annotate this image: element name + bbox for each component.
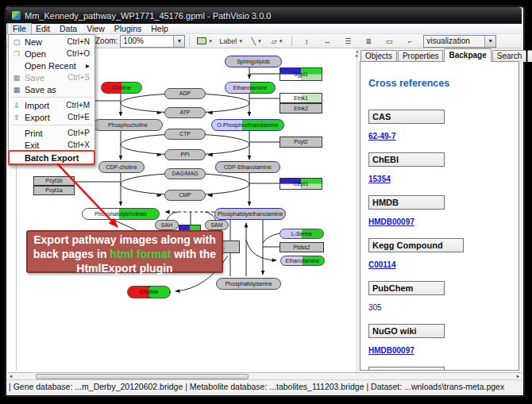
- file-menu-item-save[interactable]: ▦SaveCtrl+S: [9, 71, 94, 83]
- cross-reference-sections: CAS62-49-7ChEBI15354HMDBHMDB00097Kegg Co…: [368, 110, 511, 371]
- xref-section-pubchem: PubChem305: [368, 281, 511, 314]
- xref-link[interactable]: 15354: [368, 175, 391, 183]
- xref-link[interactable]: 62-49-7: [368, 132, 395, 140]
- node-cept1[interactable]: Cept1: [279, 178, 322, 190]
- xref-section-cas: CAS62-49-7: [368, 110, 511, 142]
- menu-separator: [11, 97, 92, 98]
- node-phosphocholine[interactable]: Phosphocholine: [93, 119, 163, 131]
- menu-shortcut: Ctrl+E: [67, 113, 94, 121]
- node-cmp[interactable]: CMP: [164, 190, 206, 201]
- file-menu-item-print[interactable]: PrintCtrl+P: [9, 127, 94, 139]
- menu-shortcut: Ctrl+O: [67, 49, 94, 58]
- xref-link[interactable]: HMDB00097: [368, 346, 414, 355]
- node-cdp-choline[interactable]: CDP-choline: [98, 161, 145, 173]
- node-sam[interactable]: SAM: [205, 220, 229, 230]
- selection-handle[interactable]: [147, 286, 151, 287]
- file-menu-item-new[interactable]: ▢NewCtrl+N: [9, 36, 94, 48]
- file-menu-item-batch-export[interactable]: Batch Export: [9, 151, 94, 164]
- xref-header: ChEBI: [368, 152, 445, 167]
- export-icon: ⇧: [9, 114, 25, 121]
- xref-section-hmdb: HMDBHMDB00097: [368, 195, 511, 228]
- node-pcyt1b[interactable]: Pcyt1b: [33, 176, 75, 186]
- file-menu-item-exit[interactable]: ExitCtrl+X: [9, 139, 94, 151]
- node-sphingolipids[interactable]: Sphingolipids: [225, 56, 282, 67]
- scroll-left-icon[interactable]: ◄: [7, 374, 14, 379]
- xref-section-kegg-compound: Kegg CompoundC00114: [368, 238, 511, 271]
- gene-box-hidden[interactable]: [221, 240, 240, 253]
- selection-handle[interactable]: [127, 290, 129, 294]
- cross-references-heading: Cross references: [368, 78, 511, 89]
- file-menu-item-export[interactable]: ⇧ExportCtrl+E: [9, 111, 94, 123]
- node-choline[interactable]: Choline: [127, 286, 171, 298]
- menu-item-label: Open: [25, 49, 67, 59]
- backpage-panel: Cross references CAS62-49-7ChEBI15354HMD…: [360, 61, 519, 371]
- file-menu-item-save-as[interactable]: ▦Save as: [9, 83, 94, 95]
- selection-handle[interactable]: [169, 297, 171, 298]
- open-icon: ❐: [9, 50, 25, 58]
- selection-handle[interactable]: [169, 286, 171, 287]
- selection-handle[interactable]: [169, 290, 171, 294]
- node-ethanolamine[interactable]: Ethanolamine: [225, 82, 276, 94]
- save-icon: ▦: [9, 74, 25, 82]
- file-menu-item-open[interactable]: ❐OpenCtrl+O: [9, 48, 94, 60]
- menu-shortcut: Ctrl+S: [67, 73, 94, 82]
- horizontal-scrollbar[interactable]: ◄ ►: [7, 372, 522, 379]
- scrollbar-thumb[interactable]: [36, 374, 249, 379]
- status-bar: | Gene database: ...m_Derby_20120602.bri…: [6, 379, 522, 392]
- menu-shortcut: Ctrl+M: [66, 101, 94, 110]
- node-dag-mag[interactable]: DAG/MAG: [164, 168, 206, 179]
- tab-legend[interactable]: Legend: [527, 50, 532, 62]
- selection-handle[interactable]: [147, 297, 151, 298]
- file-menu-item-import[interactable]: ⇩ImportCtrl+M: [9, 99, 94, 111]
- node-adp[interactable]: ADP: [164, 88, 206, 99]
- menu-separator: [11, 125, 92, 125]
- menu-shortcut: Ctrl+X: [67, 140, 94, 149]
- import-icon: ⇩: [9, 102, 25, 110]
- tab-backpage[interactable]: Backpage: [444, 48, 491, 62]
- node-ctp[interactable]: CTP: [164, 129, 206, 140]
- node-ptdss2[interactable]: Ptdss2: [279, 242, 324, 252]
- xref-section-nugo-wiki: NuGO wikiHMDB00097: [368, 324, 511, 356]
- menu-item-label: Export: [25, 113, 67, 122]
- xref-section-wikipedia: WikipediaCholine: [368, 367, 511, 371]
- node-phosphatidylserine[interactable]: Phosphatidylserine: [216, 278, 281, 290]
- scroll-right-icon[interactable]: ►: [515, 374, 522, 379]
- node-pcyt1a[interactable]: Pcyt1a: [33, 186, 75, 195]
- node-sgpl1[interactable]: Sgpl1: [279, 67, 322, 81]
- menu-item-label: Save: [25, 73, 67, 83]
- node-cdp-ethanolamine[interactable]: CDP-Ethanolamine: [215, 161, 280, 173]
- side-panel: ObjectsPropertiesBackpageSearchLegend Cr…: [359, 48, 522, 372]
- xref-link[interactable]: HMDB00097: [368, 217, 414, 226]
- tab-objects[interactable]: Objects: [360, 50, 397, 62]
- selection-handle[interactable]: [127, 286, 129, 287]
- node-phosphatidylethanolamine[interactable]: Phosphatidylethanolamine: [214, 208, 286, 220]
- node-l-serine[interactable]: L-Serine: [279, 229, 324, 239]
- selection-handle[interactable]: [127, 297, 129, 298]
- xref-header: CAS: [368, 110, 445, 124]
- node-etnk2[interactable]: Etnk2: [279, 103, 322, 114]
- node-phosphatidylcholines[interactable]: Phosphatidylcholines: [82, 208, 160, 220]
- node-pcyt2[interactable]: Pcyt2: [279, 137, 322, 148]
- file-menu-item-open-recent[interactable]: Open Recent▸: [9, 60, 94, 71]
- node-ethanolamine[interactable]: Ethanolamine: [280, 256, 325, 266]
- saveas-icon: ▦: [9, 86, 25, 94]
- annotation-callout: Export pathway images along with back pa…: [26, 230, 223, 273]
- xref-header: HMDB: [368, 195, 445, 210]
- tab-properties[interactable]: Properties: [398, 50, 444, 62]
- annotation-highlight: html format: [110, 248, 171, 260]
- node-etnk1[interactable]: Etnk1: [279, 93, 322, 103]
- node-o-phosphoethanolamine[interactable]: O-Phosphoethanolamine: [211, 119, 284, 131]
- file-menu: ▢NewCtrl+N❐OpenCtrl+OOpen Recent▸▦SaveCt…: [8, 34, 95, 166]
- node-choline[interactable]: Choline: [101, 82, 142, 94]
- xref-header: Wikipedia: [368, 367, 445, 371]
- menu-item-label: Save as: [25, 85, 90, 94]
- tab-search[interactable]: Search: [492, 50, 527, 62]
- side-panel-tabs: ObjectsPropertiesBackpageSearchLegend: [360, 49, 532, 62]
- new-icon: ▢: [9, 38, 25, 46]
- menu-item-label: Batch Export: [25, 153, 90, 163]
- node-sah[interactable]: SAH: [155, 220, 179, 230]
- node-ppi[interactable]: PPi: [164, 149, 206, 160]
- xref-header: NuGO wiki: [368, 324, 445, 338]
- xref-link[interactable]: C00114: [368, 260, 395, 269]
- node-atp[interactable]: ATP: [164, 107, 206, 118]
